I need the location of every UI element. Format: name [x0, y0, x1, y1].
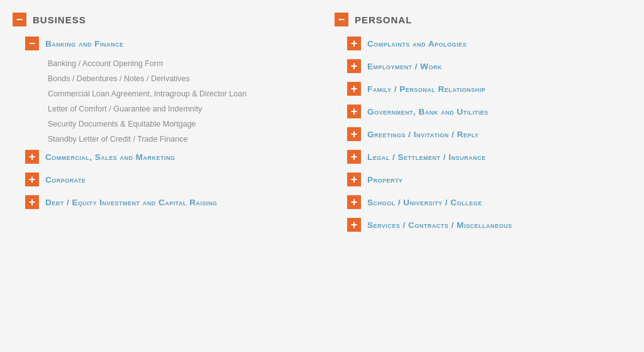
government-bank-toggle[interactable]: + — [347, 105, 361, 118]
employment-work-label: Employment / Work — [367, 62, 442, 71]
greetings-invitation-toggle[interactable]: + — [347, 127, 361, 141]
corporate-toggle[interactable]: + — [25, 173, 39, 186]
corporate-item: + Corporate — [13, 173, 309, 186]
commercial-sales-label: Commercial, Sales and Marketing — [45, 152, 175, 162]
personal-section-title: PERSONAL — [355, 14, 412, 25]
complaints-apologies-label: Complaints and Apologies — [367, 39, 467, 48]
main-container: − BUSINESS − Banking and Finance Banking… — [13, 13, 631, 241]
school-university-toggle[interactable]: + — [347, 195, 361, 209]
debt-equity-label: Debt / Equity Investment and Capital Rai… — [45, 198, 218, 207]
services-contracts-label: Services / Contracts / Miscellaneous — [367, 220, 512, 230]
business-section-title: BUSINESS — [33, 14, 86, 25]
complaints-apologies-item: + Complaints and Apologies — [335, 37, 631, 50]
business-column: − BUSINESS − Banking and Finance Banking… — [13, 13, 309, 241]
legal-settlement-label: Legal / Settlement / Insurance — [367, 152, 486, 162]
personal-section-header: − PERSONAL — [335, 13, 631, 26]
family-personal-toggle[interactable]: + — [347, 82, 361, 96]
debt-equity-item: + Debt / Equity Investment and Capital R… — [13, 195, 309, 209]
legal-settlement-toggle[interactable]: + — [347, 150, 361, 164]
sub-item[interactable]: Security Documents & Equitable Mortgage — [48, 120, 309, 128]
sub-item[interactable]: Standby Letter of Credit / Trade Finance — [48, 135, 309, 144]
banking-finance-item: − Banking and Finance — [13, 37, 309, 50]
sub-item[interactable]: Letter of Comfort / Guarantee and Indemn… — [48, 105, 309, 113]
family-personal-item: + Family / Personal Relationship — [335, 82, 631, 96]
commercial-sales-toggle[interactable]: + — [25, 150, 39, 164]
government-bank-item: + Government, Bank and Utilities — [335, 105, 631, 118]
business-collapse-button[interactable]: − — [13, 13, 26, 26]
banking-finance-toggle[interactable]: − — [25, 37, 39, 50]
debt-equity-toggle[interactable]: + — [25, 195, 39, 209]
business-section-header: − BUSINESS — [13, 13, 309, 26]
property-label: Property — [367, 175, 403, 185]
government-bank-label: Government, Bank and Utilities — [367, 107, 489, 116]
sub-item[interactable]: Banking / Account Opening Form — [48, 59, 309, 68]
school-university-label: School / University / College — [367, 198, 482, 207]
sub-item[interactable]: Commercial Loan Agreement, Intragroup & … — [48, 89, 309, 98]
banking-finance-subitems: Banking / Account Opening Form Bonds / D… — [13, 59, 309, 144]
commercial-sales-item: + Commercial, Sales and Marketing — [13, 150, 309, 164]
personal-column: − PERSONAL + Complaints and Apologies + … — [335, 13, 631, 241]
legal-settlement-item: + Legal / Settlement / Insurance — [335, 150, 631, 164]
property-item: + Property — [335, 173, 631, 186]
employment-work-item: + Employment / Work — [335, 59, 631, 73]
banking-finance-label: Banking and Finance — [45, 39, 124, 48]
banking-finance-category: − Banking and Finance Banking / Account … — [13, 37, 309, 144]
property-toggle[interactable]: + — [347, 173, 361, 186]
personal-collapse-button[interactable]: − — [335, 13, 348, 26]
greetings-invitation-item: + Greetings / Invitation / Reply — [335, 127, 631, 141]
employment-work-toggle[interactable]: + — [347, 59, 361, 73]
sub-item[interactable]: Bonds / Debentures / Notes / Derivatives — [48, 74, 309, 83]
school-university-item: + School / University / College — [335, 195, 631, 209]
services-contracts-item: + Services / Contracts / Miscellaneous — [335, 218, 631, 232]
family-personal-label: Family / Personal Relationship — [367, 84, 486, 94]
complaints-apologies-toggle[interactable]: + — [347, 37, 361, 50]
greetings-invitation-label: Greetings / Invitation / Reply — [367, 130, 479, 139]
services-contracts-toggle[interactable]: + — [347, 218, 361, 232]
corporate-label: Corporate — [45, 175, 86, 185]
